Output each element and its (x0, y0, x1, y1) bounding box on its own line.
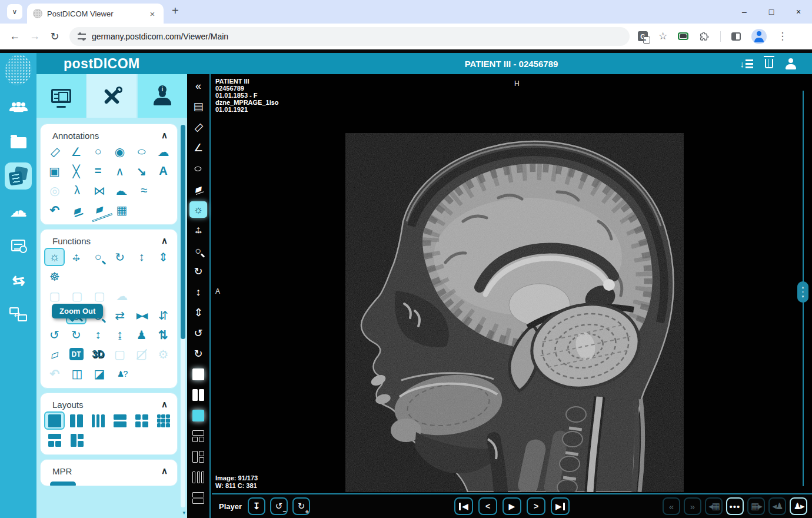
speed-down-icon[interactable]: ↺ (270, 497, 288, 515)
wave-icon[interactable]: ≈ (134, 181, 155, 200)
scroll-down-arrow-icon[interactable]: ▾ (182, 510, 185, 516)
ruler-icon[interactable]: ▭ (186, 115, 210, 139)
first-frame-icon[interactable]: ◀ (454, 497, 473, 515)
search-icon[interactable]: ○ (88, 248, 108, 266)
sidebar-item-sync[interactable]: ⇆ (5, 267, 32, 294)
stack-slider-handle[interactable]: ▴•▾ (797, 281, 808, 303)
freehand-icon[interactable]: ☁ (153, 142, 174, 161)
image-lock-icon[interactable]: ◪ (89, 364, 110, 383)
sidebar-item-worklist[interactable] (5, 232, 32, 259)
new-tab-button[interactable]: + (172, 4, 179, 18)
layout-1left2-icon[interactable] (66, 431, 88, 449)
dicom-viewport[interactable]: PATIENT III 02456789 01.01.1853 - F dzne… (212, 74, 812, 493)
patient-orientation-icon[interactable]: ♟ (131, 326, 152, 344)
dt-icon[interactable] (66, 345, 86, 363)
localizer-icon[interactable]: ☸ (44, 267, 65, 285)
rotate-icon[interactable]: ↻ (189, 263, 207, 280)
auto-rotate-icon[interactable]: ↻ (189, 346, 207, 362)
layout-2col-filled-icon[interactable] (189, 387, 207, 403)
report-icon[interactable]: ▤ (189, 98, 207, 115)
sidebar-item-patients[interactable] (5, 93, 32, 120)
layout-2row-icon[interactable] (109, 411, 130, 430)
download-icon[interactable]: ↧ (248, 497, 265, 515)
layout-1left2-outline-icon[interactable] (189, 449, 207, 465)
eraser-icon[interactable]: ▰ (187, 178, 209, 200)
rect-roi-icon[interactable]: ▣ (44, 162, 65, 180)
layout-3x3-icon[interactable] (153, 411, 174, 430)
expand-vertical-icon[interactable]: ↕ (88, 326, 108, 344)
layout-2row-outline-icon[interactable] (189, 490, 207, 506)
layout-3col-icon[interactable] (88, 411, 108, 430)
last-frame-icon[interactable]: ▶ (551, 497, 570, 515)
eraser-icon[interactable]: ▰ (64, 198, 90, 222)
rotate-icon[interactable]: ↻ (109, 248, 130, 266)
flip-horizontal-icon[interactable]: ⇄ (109, 306, 130, 324)
layout-2col-icon[interactable] (66, 411, 86, 430)
rotate-gear-icon[interactable]: ↺ (44, 326, 65, 344)
arrow-icon[interactable]: ↘ (131, 162, 152, 180)
window-close-icon[interactable]: × (785, 0, 812, 24)
collapse-chevron-icon[interactable]: ∧ (161, 466, 168, 476)
tag-icon[interactable]: ▱ (42, 342, 67, 366)
ellipse-icon[interactable]: ○ (126, 142, 157, 161)
layout-single-icon[interactable] (44, 411, 65, 430)
speed-up-icon[interactable]: ↻ (292, 497, 310, 515)
spline-roi-icon[interactable]: ⋈ (89, 181, 110, 200)
mirror-horizontal-icon[interactable]: ▶◀ (131, 306, 152, 324)
polyline-icon[interactable]: ∧ (109, 162, 130, 180)
pan-icon[interactable]: ↔ (189, 222, 207, 238)
layout-1top2-icon[interactable] (44, 431, 65, 449)
tab-search-icon[interactable]: ∨ (7, 4, 22, 19)
circle-icon[interactable]: ○ (88, 142, 108, 161)
back-icon[interactable]: ← (5, 30, 25, 42)
address-bar[interactable]: germany.postdicom.com/Viewer/Main (69, 27, 630, 46)
site-settings-icon[interactable] (78, 34, 86, 39)
collapse-panel-icon[interactable]: « (189, 78, 207, 94)
collapse-chevron-icon[interactable]: ∧ (161, 399, 168, 410)
layout-1top2-outline-icon[interactable] (189, 428, 207, 444)
window-minimize-icon[interactable]: – (731, 0, 758, 24)
undo-icon[interactable]: ↶ (44, 201, 65, 219)
auto-rotate-icon[interactable]: ↻ (66, 326, 86, 344)
text-icon[interactable]: A (153, 162, 174, 180)
layout-single-filled-icon[interactable] (189, 366, 207, 383)
sidebar-item-folders[interactable] (5, 128, 32, 155)
prev-frame-icon[interactable]: < (478, 497, 497, 515)
collapse-chevron-icon[interactable]: ∧ (161, 235, 168, 246)
profile-avatar[interactable] (751, 29, 767, 44)
tab-close-icon[interactable]: × (147, 8, 158, 19)
patient-next-icon[interactable]: ♟▸ (790, 497, 807, 515)
tab-viewer[interactable] (36, 74, 86, 118)
forward-icon[interactable]: → (25, 30, 45, 42)
more-icon[interactable]: ••• (726, 497, 744, 515)
sort-list-icon[interactable]: ↓ (740, 59, 754, 69)
next-frame-icon[interactable]: > (527, 497, 545, 515)
rotate-gear-icon[interactable]: ↺ (189, 325, 207, 341)
url-text[interactable]: germany.postdicom.com/Viewer/Main (92, 32, 228, 41)
sidebar-item-share[interactable] (5, 301, 32, 328)
layout-2x2-icon[interactable] (131, 411, 152, 430)
swap-scroll-icon[interactable]: ⇅ (153, 326, 174, 344)
cobb-angle-icon[interactable]: ╳ (66, 162, 86, 180)
parallel-lines-icon[interactable]: = (88, 162, 108, 180)
stack-scroll-icon[interactable]: ⇕ (153, 248, 174, 266)
menu-kebab-icon[interactable]: ⋮ (777, 30, 787, 42)
collapse-chevron-icon[interactable]: ∧ (161, 130, 168, 141)
window-maximize-icon[interactable]: □ (758, 0, 785, 24)
stack-scroll-icon[interactable]: ⇕ (189, 304, 207, 321)
layout-single-active-icon[interactable] (189, 407, 207, 424)
pan-icon[interactable]: ↔ (66, 248, 86, 266)
browser-tab[interactable]: PostDICOM Viewer × (27, 4, 164, 24)
tab-tools[interactable] (87, 74, 137, 118)
scrollbar-thumb[interactable] (181, 125, 185, 339)
angle-icon[interactable]: ∠ (189, 140, 207, 156)
tab-patient-info[interactable]: i (138, 74, 187, 118)
window-level-icon[interactable]: ☼ (44, 248, 65, 266)
play-icon[interactable]: ▶ (502, 497, 521, 515)
side-panel-icon[interactable] (731, 32, 741, 41)
translate-icon[interactable]: G (638, 31, 648, 41)
reload-icon[interactable]: ↻ (45, 30, 65, 43)
angle-lines-icon[interactable]: λ (66, 181, 88, 200)
ask-icon[interactable]: ♟? (111, 364, 132, 383)
eraser-all-icon[interactable]: ▰ (86, 198, 112, 222)
